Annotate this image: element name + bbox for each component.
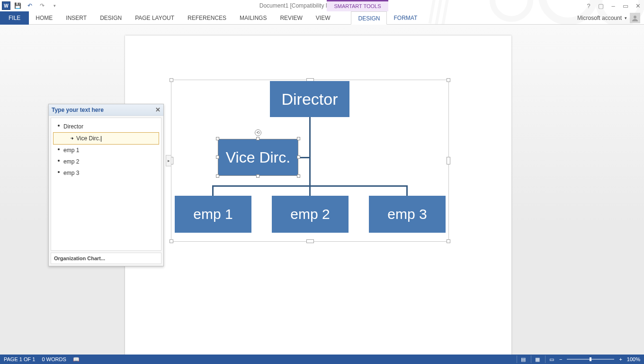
zoom-in-icon[interactable]: +	[619, 356, 622, 362]
view-read-icon[interactable]: ▤	[517, 355, 526, 363]
shape-handle[interactable]	[216, 174, 219, 178]
view-print-icon[interactable]: ▦	[531, 355, 540, 363]
tab-smartart-format[interactable]: FORMAT	[387, 11, 424, 25]
spellcheck-icon[interactable]: 📖	[73, 356, 80, 363]
textpane-header[interactable]: Type your text here ✕	[49, 104, 163, 116]
node-vice-selected[interactable]: ⟲ Vice Dirc.	[218, 139, 298, 176]
textpane-item-text: emp 1	[63, 147, 79, 154]
tab-mailings[interactable]: MAILINGS	[233, 11, 273, 25]
textpane-item[interactable]: emp 2	[53, 156, 159, 167]
save-icon[interactable]: 💾	[12, 1, 23, 10]
connector	[309, 115, 311, 185]
tab-file[interactable]: FILE	[0, 11, 29, 25]
shape-handle[interactable]	[297, 137, 300, 140]
textpane-item-text: Vice Dirc.	[76, 135, 100, 142]
tab-review[interactable]: REVIEW	[273, 11, 309, 25]
textpane-toggle-icon[interactable]: ▸	[166, 155, 171, 166]
shape-handle[interactable]	[256, 137, 259, 140]
textpane-item-text: Director	[63, 123, 83, 130]
connector	[212, 185, 214, 197]
resize-handle[interactable]	[170, 239, 173, 243]
quick-access-toolbar: W 💾 ↶ ↷ ▾	[0, 1, 60, 10]
word-app-icon: W	[2, 1, 10, 10]
contextual-tab-label: SMARTART TOOLS	[327, 0, 388, 11]
resize-handle[interactable]	[447, 78, 450, 82]
textpane-item-text: emp 2	[63, 158, 79, 165]
tab-design[interactable]: DESIGN	[93, 11, 128, 25]
shape-handle[interactable]	[216, 155, 219, 159]
textpane-item[interactable]: emp 3	[53, 167, 159, 179]
avatar-icon[interactable]	[630, 13, 640, 23]
redo-icon[interactable]: ↷	[37, 1, 47, 10]
svg-point-6	[634, 16, 636, 18]
smartart-frame[interactable]: ▸ Director ⟲ Vice Dirc. emp 1 emp 2 emp …	[171, 80, 449, 242]
shape-handle[interactable]	[297, 174, 300, 178]
textpane-title: Type your text here	[52, 107, 104, 113]
resize-handle[interactable]	[447, 157, 450, 164]
textpane-item-editing[interactable]: Vice Dirc.	[53, 132, 159, 145]
tab-home[interactable]: HOME	[29, 11, 59, 25]
ribbon-tabs: FILE HOME INSERT DESIGN PAGE LAYOUT REFE…	[0, 11, 644, 25]
textpane-item[interactable]: Director	[53, 121, 159, 132]
zoom-level[interactable]: 100%	[627, 356, 640, 362]
resize-handle[interactable]	[170, 78, 173, 82]
node-emp3[interactable]: emp 3	[369, 196, 446, 233]
status-bar: PAGE 1 OF 1 0 WORDS 📖 ▤ ▦ ▭ − + 100%	[0, 355, 644, 364]
textpane-item[interactable]: emp 1	[53, 145, 159, 156]
smartart-text-pane[interactable]: Type your text here ✕ Director Vice Dirc…	[48, 104, 164, 266]
undo-icon[interactable]: ↶	[25, 1, 35, 10]
ribbon-options-icon[interactable]: ▢	[597, 2, 605, 9]
document-page[interactable]: ▸ Director ⟲ Vice Dirc. emp 1 emp 2 emp …	[125, 36, 511, 355]
help-icon[interactable]: ?	[584, 2, 593, 9]
close-icon[interactable]: ✕	[634, 2, 642, 9]
window-controls: ? ▢ – ▭ ✕	[584, 2, 642, 9]
textpane-item-text: emp 3	[63, 170, 79, 176]
node-director[interactable]: Director	[270, 81, 349, 117]
minimize-icon[interactable]: –	[609, 2, 617, 9]
resize-handle[interactable]	[306, 239, 314, 243]
qat-customize-icon[interactable]: ▾	[49, 1, 60, 10]
textpane-close-icon[interactable]: ✕	[155, 106, 161, 113]
status-page[interactable]: PAGE 1 OF 1	[4, 356, 35, 362]
zoom-slider[interactable]	[567, 359, 614, 360]
account-dropdown-icon[interactable]: ▾	[625, 16, 627, 20]
connector	[309, 185, 311, 197]
tab-view[interactable]: VIEW	[309, 11, 337, 25]
textpane-footer[interactable]: Organization Chart...	[51, 253, 161, 264]
textpane-body[interactable]: Director Vice Dirc. emp 1 emp 2 emp 3	[51, 118, 161, 251]
status-words[interactable]: 0 WORDS	[42, 356, 66, 362]
account-label[interactable]: Microsoft account	[577, 15, 622, 21]
document-workspace[interactable]: ▸ Director ⟲ Vice Dirc. emp 1 emp 2 emp …	[0, 25, 644, 355]
tab-insert[interactable]: INSERT	[59, 11, 93, 25]
resize-handle[interactable]	[447, 239, 450, 243]
node-vice[interactable]: Vice Dirc.	[218, 139, 298, 176]
shape-handle[interactable]	[256, 174, 259, 178]
connector	[406, 185, 408, 197]
node-emp1[interactable]: emp 1	[175, 196, 251, 233]
zoom-out-icon[interactable]: −	[559, 356, 562, 362]
tab-smartart-design[interactable]: DESIGN	[351, 11, 387, 25]
tab-references[interactable]: REFERENCES	[181, 11, 233, 25]
rotate-handle-icon[interactable]: ⟲	[255, 129, 261, 136]
shape-handle[interactable]	[216, 137, 219, 140]
shape-handle[interactable]	[297, 155, 300, 159]
title-bar: W 💾 ↶ ↷ ▾ Document1 [Compatibility Mode]…	[0, 0, 644, 11]
maximize-icon[interactable]: ▭	[621, 2, 630, 9]
tab-page-layout[interactable]: PAGE LAYOUT	[128, 11, 181, 25]
node-emp2[interactable]: emp 2	[272, 196, 349, 233]
view-web-icon[interactable]: ▭	[545, 355, 555, 363]
